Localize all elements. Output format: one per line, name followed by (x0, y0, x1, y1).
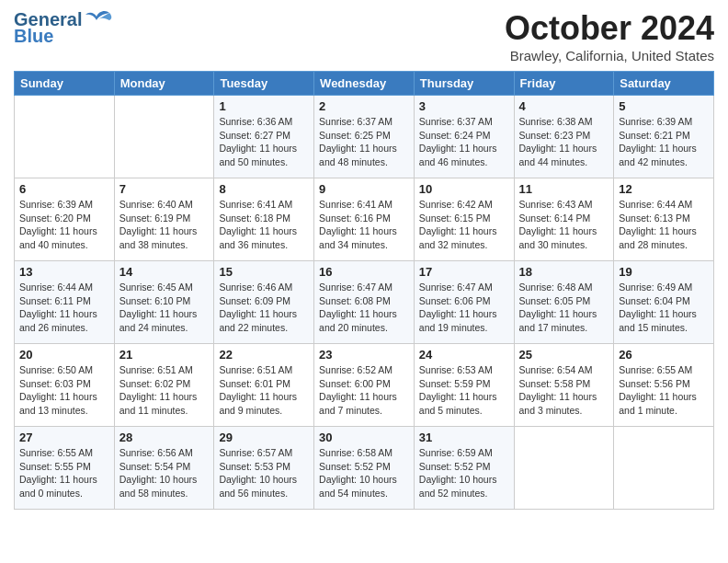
calendar-cell: 5Sunrise: 6:39 AM Sunset: 6:21 PM Daylig… (614, 96, 714, 178)
day-number: 9 (319, 182, 409, 196)
cell-info: Sunrise: 6:51 AM Sunset: 6:02 PM Dayligh… (119, 363, 210, 418)
week-row-3: 13Sunrise: 6:44 AM Sunset: 6:11 PM Dayli… (15, 261, 714, 344)
calendar-cell: 10Sunrise: 6:42 AM Sunset: 6:15 PM Dayli… (414, 178, 514, 261)
day-number: 14 (119, 265, 210, 279)
header-sunday: Sunday (15, 72, 115, 96)
calendar-cell: 12Sunrise: 6:44 AM Sunset: 6:13 PM Dayli… (614, 178, 714, 261)
day-number: 23 (319, 348, 409, 362)
cell-info: Sunrise: 6:41 AM Sunset: 6:16 PM Dayligh… (319, 198, 409, 252)
cell-info: Sunrise: 6:44 AM Sunset: 6:11 PM Dayligh… (19, 281, 109, 335)
cell-info: Sunrise: 6:55 AM Sunset: 5:55 PM Dayligh… (19, 446, 109, 500)
day-number: 26 (619, 348, 709, 362)
week-row-4: 20Sunrise: 6:50 AM Sunset: 6:03 PM Dayli… (15, 344, 714, 427)
location: Brawley, California, United States (505, 48, 714, 63)
calendar-cell: 20Sunrise: 6:50 AM Sunset: 6:03 PM Dayli… (15, 344, 115, 427)
calendar-cell: 26Sunrise: 6:55 AM Sunset: 5:56 PM Dayli… (614, 344, 714, 427)
day-number: 3 (419, 99, 509, 113)
day-number: 25 (519, 348, 609, 362)
calendar-cell: 1Sunrise: 6:36 AM Sunset: 6:27 PM Daylig… (214, 96, 314, 178)
cell-info: Sunrise: 6:47 AM Sunset: 6:08 PM Dayligh… (319, 281, 409, 335)
day-number: 20 (19, 348, 109, 362)
cell-info: Sunrise: 6:51 AM Sunset: 6:01 PM Dayligh… (219, 363, 309, 418)
cell-info: Sunrise: 6:44 AM Sunset: 6:13 PM Dayligh… (619, 198, 709, 252)
day-number: 4 (519, 99, 609, 113)
day-number: 29 (219, 431, 309, 444)
day-number: 17 (419, 265, 509, 279)
calendar-cell: 16Sunrise: 6:47 AM Sunset: 6:08 PM Dayli… (314, 261, 415, 344)
calendar-cell: 7Sunrise: 6:40 AM Sunset: 6:19 PM Daylig… (114, 178, 214, 261)
day-number: 8 (219, 182, 309, 196)
day-number: 15 (219, 265, 309, 279)
calendar-cell: 9Sunrise: 6:41 AM Sunset: 6:16 PM Daylig… (314, 178, 415, 261)
week-row-5: 27Sunrise: 6:55 AM Sunset: 5:55 PM Dayli… (15, 427, 714, 510)
calendar-cell: 31Sunrise: 6:59 AM Sunset: 5:52 PM Dayli… (414, 427, 514, 510)
cell-info: Sunrise: 6:37 AM Sunset: 6:25 PM Dayligh… (319, 115, 409, 169)
calendar-cell: 4Sunrise: 6:38 AM Sunset: 6:23 PM Daylig… (514, 96, 614, 178)
day-number: 6 (19, 182, 109, 196)
calendar-cell: 18Sunrise: 6:48 AM Sunset: 6:05 PM Dayli… (514, 261, 614, 344)
month-title: October 2024 (505, 9, 714, 48)
cell-info: Sunrise: 6:40 AM Sunset: 6:19 PM Dayligh… (119, 198, 210, 252)
cell-info: Sunrise: 6:48 AM Sunset: 6:05 PM Dayligh… (519, 281, 609, 335)
cell-info: Sunrise: 6:43 AM Sunset: 6:14 PM Dayligh… (519, 198, 609, 252)
calendar-cell: 11Sunrise: 6:43 AM Sunset: 6:14 PM Dayli… (514, 178, 614, 261)
cell-info: Sunrise: 6:58 AM Sunset: 5:52 PM Dayligh… (319, 446, 409, 500)
calendar-cell: 22Sunrise: 6:51 AM Sunset: 6:01 PM Dayli… (214, 344, 314, 427)
cell-info: Sunrise: 6:38 AM Sunset: 6:23 PM Dayligh… (519, 115, 609, 169)
day-number: 19 (619, 265, 709, 279)
header-saturday: Saturday (614, 72, 714, 96)
calendar-cell: 21Sunrise: 6:51 AM Sunset: 6:02 PM Dayli… (114, 344, 214, 427)
day-number: 1 (219, 99, 309, 113)
header-wednesday: Wednesday (314, 72, 415, 96)
cell-info: Sunrise: 6:54 AM Sunset: 5:58 PM Dayligh… (519, 363, 609, 418)
day-number: 5 (619, 99, 709, 113)
header-tuesday: Tuesday (214, 72, 314, 96)
cell-info: Sunrise: 6:45 AM Sunset: 6:10 PM Dayligh… (119, 281, 210, 335)
cell-info: Sunrise: 6:37 AM Sunset: 6:24 PM Dayligh… (419, 115, 509, 169)
calendar-cell: 30Sunrise: 6:58 AM Sunset: 5:52 PM Dayli… (314, 427, 415, 510)
header-thursday: Thursday (414, 72, 514, 96)
logo: General Blue (14, 9, 113, 46)
page-header: General Blue October 2024 Brawley, Calif… (14, 9, 714, 63)
title-area: October 2024 Brawley, California, United… (505, 9, 714, 63)
cell-info: Sunrise: 6:36 AM Sunset: 6:27 PM Dayligh… (219, 115, 309, 169)
day-number: 18 (519, 265, 609, 279)
day-number: 30 (319, 431, 409, 444)
cell-info: Sunrise: 6:55 AM Sunset: 5:56 PM Dayligh… (619, 363, 709, 418)
day-number: 28 (119, 431, 210, 444)
calendar-cell: 15Sunrise: 6:46 AM Sunset: 6:09 PM Dayli… (214, 261, 314, 344)
cell-info: Sunrise: 6:39 AM Sunset: 6:21 PM Dayligh… (619, 115, 709, 169)
day-number: 13 (19, 265, 109, 279)
calendar-cell: 19Sunrise: 6:49 AM Sunset: 6:04 PM Dayli… (614, 261, 714, 344)
week-row-2: 6Sunrise: 6:39 AM Sunset: 6:20 PM Daylig… (15, 178, 714, 261)
calendar-cell: 3Sunrise: 6:37 AM Sunset: 6:24 PM Daylig… (414, 96, 514, 178)
day-number: 22 (219, 348, 309, 362)
day-number: 31 (419, 431, 509, 444)
day-number: 16 (319, 265, 409, 279)
day-number: 27 (19, 431, 109, 444)
week-row-1: 1Sunrise: 6:36 AM Sunset: 6:27 PM Daylig… (15, 96, 714, 178)
calendar-cell (15, 96, 115, 178)
header-monday: Monday (114, 72, 214, 96)
day-number: 24 (419, 348, 509, 362)
cell-info: Sunrise: 6:41 AM Sunset: 6:18 PM Dayligh… (219, 198, 309, 252)
weekday-header-row: SundayMondayTuesdayWednesdayThursdayFrid… (15, 72, 714, 96)
calendar-cell: 8Sunrise: 6:41 AM Sunset: 6:18 PM Daylig… (214, 178, 314, 261)
header-friday: Friday (514, 72, 614, 96)
calendar-cell (114, 96, 214, 178)
cell-info: Sunrise: 6:56 AM Sunset: 5:54 PM Dayligh… (119, 446, 210, 500)
calendar-cell: 17Sunrise: 6:47 AM Sunset: 6:06 PM Dayli… (414, 261, 514, 344)
calendar-cell: 29Sunrise: 6:57 AM Sunset: 5:53 PM Dayli… (214, 427, 314, 510)
calendar-cell: 2Sunrise: 6:37 AM Sunset: 6:25 PM Daylig… (314, 96, 415, 178)
cell-info: Sunrise: 6:59 AM Sunset: 5:52 PM Dayligh… (419, 446, 509, 500)
day-number: 11 (519, 182, 609, 196)
day-number: 2 (319, 99, 409, 113)
calendar-cell: 24Sunrise: 6:53 AM Sunset: 5:59 PM Dayli… (414, 344, 514, 427)
cell-info: Sunrise: 6:42 AM Sunset: 6:15 PM Dayligh… (419, 198, 509, 252)
calendar-cell: 14Sunrise: 6:45 AM Sunset: 6:10 PM Dayli… (114, 261, 214, 344)
day-number: 21 (119, 348, 210, 362)
calendar-cell (614, 427, 714, 510)
cell-info: Sunrise: 6:53 AM Sunset: 5:59 PM Dayligh… (419, 363, 509, 418)
calendar-cell: 27Sunrise: 6:55 AM Sunset: 5:55 PM Dayli… (15, 427, 115, 510)
day-number: 10 (419, 182, 509, 196)
